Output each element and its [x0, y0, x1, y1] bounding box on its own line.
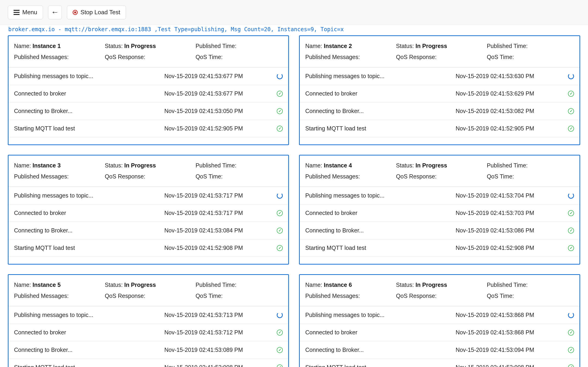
check-circle-icon: ✓ — [568, 91, 574, 97]
instance-status: In Progress — [124, 282, 156, 288]
status-label: Status: — [105, 43, 124, 49]
log-row: Connected to brokerNov-15-2019 02:41:53:… — [300, 324, 579, 341]
qos-time-label: QoS Time: — [196, 173, 223, 180]
check-circle-icon: ✓ — [568, 228, 574, 234]
qos-time-label: QoS Time: — [196, 292, 223, 299]
status-label: Status: — [105, 162, 124, 168]
log-row: Publishing messages to topic...Nov-15-20… — [9, 187, 288, 204]
published-messages-label: Published Messages: — [305, 292, 360, 299]
log-message: Connecting to Broker... — [305, 347, 456, 353]
instance-card: Name: Instance 6Status: In ProgressPubli… — [299, 274, 580, 367]
stop-load-test-button[interactable]: Stop Load Test — [67, 6, 126, 19]
qos-response-label: QoS Response: — [396, 292, 437, 299]
log-row: Publishing messages to topic...Nov-15-20… — [9, 67, 288, 85]
check-circle-icon: ✓ — [568, 245, 574, 251]
log-timestamp: Nov-15-2019 02:41:53:712 PM — [164, 329, 272, 336]
log-timestamp: Nov-15-2019 02:41:52:908 PM — [164, 245, 272, 251]
log-message: Connected to broker — [305, 90, 456, 97]
log-message: Connected to broker — [14, 210, 164, 216]
qos-response-label: QoS Response: — [105, 54, 145, 60]
log-timestamp: Nov-15-2019 02:41:53:717 PM — [164, 210, 272, 216]
spinner-icon — [277, 193, 283, 199]
log-message: Connecting to Broker... — [14, 227, 164, 234]
hamburger-icon — [14, 10, 19, 15]
published-messages-label: Published Messages: — [14, 54, 69, 60]
spinner-icon — [277, 73, 283, 79]
qos-time-label: QoS Time: — [487, 54, 514, 60]
log-list: Publishing messages to topic...Nov-15-20… — [300, 187, 579, 264]
instance-status: In Progress — [124, 43, 156, 49]
log-timestamp: Nov-15-2019 02:41:53:713 PM — [164, 312, 272, 318]
log-timestamp: Nov-15-2019 02:41:53:084 PM — [164, 227, 272, 234]
menu-button[interactable]: Menu — [8, 6, 43, 19]
spinner-icon — [277, 312, 283, 318]
check-circle-icon: ✓ — [568, 126, 574, 132]
log-row: Connected to brokerNov-15-2019 02:41:53:… — [300, 85, 579, 102]
qos-response-label: QoS Response: — [105, 173, 145, 180]
log-row: Starting MQTT load testNov-15-2019 02:41… — [9, 359, 288, 367]
status-label: Status: — [105, 282, 124, 288]
instance-card: Name: Instance 5Status: In ProgressPubli… — [8, 274, 289, 367]
log-row: Connecting to Broker...Nov-15-2019 02:41… — [300, 341, 579, 359]
qos-response-label: QoS Response: — [105, 292, 145, 299]
log-message: Starting MQTT load test — [305, 364, 456, 367]
log-message: Connected to broker — [14, 90, 164, 97]
published-messages-label: Published Messages: — [14, 173, 69, 180]
log-timestamp: Nov-15-2019 02:41:53:094 PM — [456, 347, 563, 353]
published-messages-label: Published Messages: — [14, 292, 69, 299]
log-list: Publishing messages to topic...Nov-15-20… — [9, 67, 288, 144]
instance-header: Name: Instance 5Status: In ProgressPubli… — [9, 275, 288, 306]
log-row: Connecting to Broker...Nov-15-2019 02:41… — [300, 222, 579, 239]
published-time-label: Published Time: — [196, 162, 237, 168]
log-timestamp: Nov-15-2019 02:41:52:908 PM — [164, 364, 272, 367]
log-row: Starting MQTT load testNov-15-2019 02:41… — [300, 120, 579, 137]
qos-time-label: QoS Time: — [487, 173, 514, 180]
log-message: Publishing messages to topic... — [305, 312, 456, 318]
check-circle-icon: ✓ — [277, 347, 283, 353]
instance-name: Instance 3 — [33, 162, 61, 168]
check-circle-icon: ✓ — [568, 108, 574, 114]
check-circle-icon: ✓ — [568, 365, 574, 367]
stop-button-label: Stop Load Test — [80, 9, 120, 16]
log-timestamp: Nov-15-2019 02:41:53:050 PM — [164, 108, 272, 114]
log-row: Starting MQTT load testNov-15-2019 02:41… — [300, 239, 579, 257]
log-list: Publishing messages to topic...Nov-15-20… — [9, 306, 288, 367]
published-time-label: Published Time: — [487, 282, 528, 288]
published-time-label: Published Time: — [487, 43, 528, 49]
status-label: Status: — [396, 43, 416, 49]
instance-grid: Name: Instance 1Status: In ProgressPubli… — [0, 35, 588, 367]
log-message: Starting MQTT load test — [305, 125, 456, 132]
check-circle-icon: ✓ — [277, 245, 283, 251]
log-timestamp: Nov-15-2019 02:41:53:089 PM — [164, 347, 272, 353]
log-timestamp: Nov-15-2019 02:41:53:086 PM — [456, 227, 563, 234]
published-time-label: Published Time: — [196, 43, 237, 49]
instance-header: Name: Instance 1Status: In ProgressPubli… — [9, 36, 288, 67]
spinner-icon — [568, 193, 574, 199]
log-timestamp: Nov-15-2019 02:41:53:717 PM — [164, 192, 272, 199]
log-row: Starting MQTT load testNov-15-2019 02:41… — [9, 239, 288, 257]
log-row: Publishing messages to topic...Nov-15-20… — [300, 187, 579, 204]
instance-header: Name: Instance 6Status: In ProgressPubli… — [300, 275, 579, 306]
log-timestamp: Nov-15-2019 02:41:52:905 PM — [164, 125, 272, 132]
published-time-label: Published Time: — [487, 162, 528, 168]
log-row: Connecting to Broker...Nov-15-2019 02:41… — [9, 102, 288, 120]
log-message: Connected to broker — [305, 329, 456, 336]
log-row: Connected to brokerNov-15-2019 02:41:53:… — [9, 324, 288, 341]
arrow-left-icon: ← — [51, 8, 59, 16]
log-row: Starting MQTT load testNov-15-2019 02:41… — [300, 359, 579, 367]
instance-status: In Progress — [416, 162, 447, 168]
check-circle-icon: ✓ — [277, 210, 283, 216]
log-timestamp: Nov-15-2019 02:41:53:082 PM — [456, 108, 563, 114]
back-button[interactable]: ← — [48, 6, 62, 19]
instance-card: Name: Instance 2Status: In ProgressPubli… — [299, 35, 580, 145]
name-label: Name: — [305, 282, 324, 288]
name-label: Name: — [305, 162, 324, 168]
name-label: Name: — [14, 162, 33, 168]
instance-card: Name: Instance 4Status: In ProgressPubli… — [299, 155, 580, 265]
log-list: Publishing messages to topic...Nov-15-20… — [300, 67, 579, 144]
log-list: Publishing messages to topic...Nov-15-20… — [300, 306, 579, 367]
check-circle-icon: ✓ — [277, 91, 283, 97]
log-message: Connected to broker — [14, 329, 164, 336]
log-list: Publishing messages to topic...Nov-15-20… — [9, 187, 288, 264]
top-toolbar: Menu ← Stop Load Test — [0, 0, 588, 25]
